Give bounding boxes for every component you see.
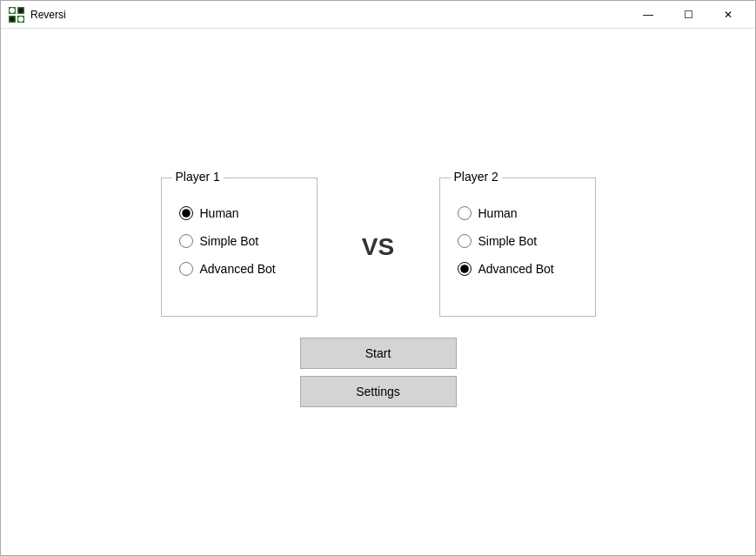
window: Reversi — ☐ ✕ Player 1 Human Simple Bot xyxy=(0,0,756,556)
player2-advancedbot-label: Advanced Bot xyxy=(478,262,554,276)
start-button[interactable]: Start xyxy=(300,338,457,369)
players-row: Player 1 Human Simple Bot Advanced Bot xyxy=(161,178,596,317)
player1-human-radio[interactable] xyxy=(179,206,193,220)
window-controls: — ☐ ✕ xyxy=(628,1,748,29)
titlebar: Reversi — ☐ ✕ xyxy=(1,1,755,29)
svg-point-4 xyxy=(10,8,15,13)
player2-box: Player 2 Human Simple Bot Advanced Bot xyxy=(439,178,596,317)
minimize-button[interactable]: — xyxy=(628,1,668,29)
settings-button[interactable]: Settings xyxy=(300,376,457,407)
close-button[interactable]: ✕ xyxy=(708,1,748,29)
svg-point-7 xyxy=(18,8,23,13)
player2-simplebot-radio[interactable] xyxy=(458,234,472,248)
player2-legend: Player 2 xyxy=(451,170,502,184)
player2-simplebot-label: Simple Bot xyxy=(478,234,538,248)
player2-options: Human Simple Bot Advanced Bot xyxy=(458,206,574,276)
svg-point-5 xyxy=(18,17,23,22)
player1-simplebot-radio[interactable] xyxy=(179,234,193,248)
window-title: Reversi xyxy=(30,9,628,21)
player1-advancedbot-label: Advanced Bot xyxy=(200,262,276,276)
player1-simplebot-option[interactable]: Simple Bot xyxy=(179,234,296,248)
player1-simplebot-label: Simple Bot xyxy=(200,234,259,248)
player2-human-label: Human xyxy=(478,206,518,220)
player1-human-option[interactable]: Human xyxy=(179,206,296,220)
player1-legend: Player 1 xyxy=(172,170,224,184)
player1-advancedbot-radio[interactable] xyxy=(179,262,193,276)
player2-advancedbot-option[interactable]: Advanced Bot xyxy=(458,262,574,276)
player2-human-radio[interactable] xyxy=(458,206,472,220)
player2-advancedbot-radio[interactable] xyxy=(458,262,472,276)
maximize-button[interactable]: ☐ xyxy=(668,1,708,29)
app-icon xyxy=(8,6,25,23)
player1-human-label: Human xyxy=(200,206,239,220)
player2-simplebot-option[interactable]: Simple Bot xyxy=(458,234,574,248)
svg-point-6 xyxy=(10,17,15,22)
player1-box: Player 1 Human Simple Bot Advanced Bot xyxy=(161,178,318,317)
vs-label: VS xyxy=(352,233,405,261)
action-buttons: Start Settings xyxy=(300,338,457,407)
main-content: Player 1 Human Simple Bot Advanced Bot xyxy=(1,29,755,555)
player2-human-option[interactable]: Human xyxy=(458,206,574,220)
player1-options: Human Simple Bot Advanced Bot xyxy=(179,206,296,276)
player1-advancedbot-option[interactable]: Advanced Bot xyxy=(179,262,296,276)
